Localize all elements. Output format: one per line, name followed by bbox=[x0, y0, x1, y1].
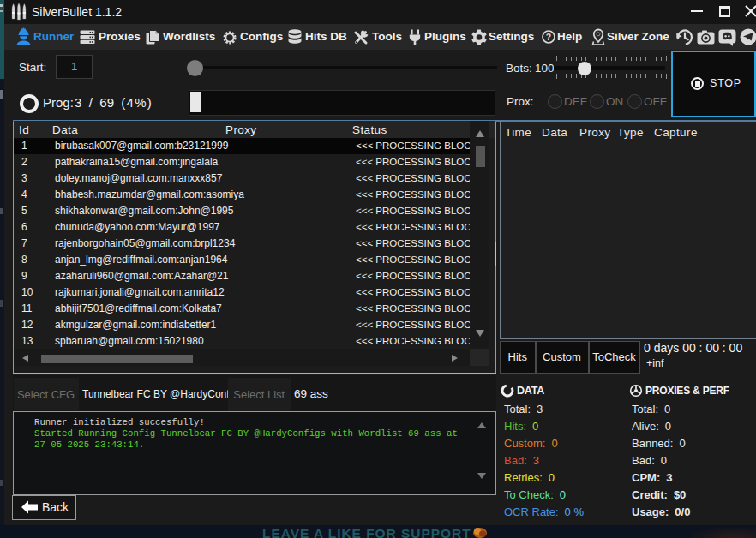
svg-text:?: ? bbox=[546, 32, 551, 42]
